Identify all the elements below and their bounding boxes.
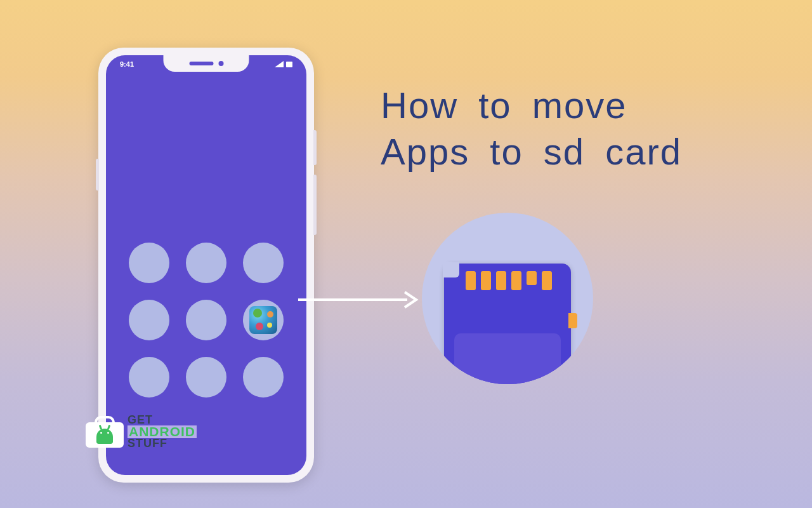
app-grid (129, 243, 284, 398)
signal-icon (275, 61, 284, 67)
app-placeholder-with-game (243, 300, 284, 340)
status-bar: 9:41 (106, 60, 306, 68)
title-line-1: How to move (381, 83, 682, 129)
svg-rect-0 (286, 62, 292, 67)
phone-side-button-right-2 (313, 175, 317, 235)
app-placeholder (243, 357, 284, 398)
app-placeholder (129, 357, 169, 398)
phone-screen: 9:41 (106, 55, 306, 475)
game-app-icon (249, 306, 277, 334)
shopping-bag-icon (86, 416, 124, 448)
sd-card-circle (422, 213, 593, 384)
app-placeholder (243, 243, 284, 283)
arrow-icon (298, 290, 419, 309)
app-placeholder (129, 300, 169, 340)
phone-side-button-right-1 (313, 130, 317, 165)
status-time: 9:41 (120, 60, 134, 68)
app-placeholder (186, 300, 226, 340)
page-title: How to move Apps to sd card (381, 83, 682, 175)
watermark-text: GET ANDROID STUFF (128, 415, 197, 449)
sd-contacts-icon (466, 271, 552, 290)
app-placeholder (129, 243, 169, 283)
android-icon (96, 429, 113, 444)
watermark-line-3: STUFF (128, 438, 197, 449)
app-placeholder (186, 357, 226, 398)
sd-card-icon (444, 264, 571, 384)
watermark-line-2: ANDROID (128, 425, 197, 438)
watermark-logo: GET ANDROID STUFF (86, 415, 197, 449)
app-placeholder (186, 243, 226, 283)
title-line-2: Apps to sd card (381, 129, 682, 175)
battery-icon (286, 61, 292, 67)
phone-side-button-left (96, 159, 99, 190)
